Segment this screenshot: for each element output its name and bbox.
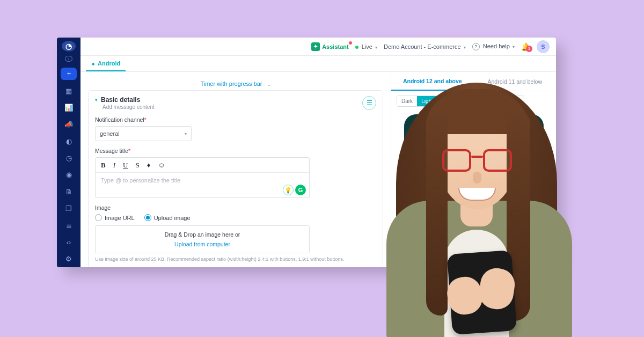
sidebar-doc-icon[interactable]: 🗎 <box>61 186 76 197</box>
sidebar-settings-icon[interactable]: ⚙ <box>61 253 76 265</box>
notification-count: 1 <box>526 46 532 52</box>
italic-button[interactable]: I <box>113 161 115 170</box>
title-field-label: Message title* <box>95 148 376 154</box>
collapse-caret-icon[interactable]: ▾ <box>95 97 98 102</box>
pencil-icon: ✎ <box>418 185 422 191</box>
channel-select[interactable]: general ▾ <box>95 126 192 141</box>
chevron-down-icon: ▾ <box>513 45 515 49</box>
size-toggle: Min <box>506 96 524 107</box>
chevron-down-icon: ▾ <box>375 45 377 50</box>
suggestion-button[interactable]: 💡 <box>283 185 294 195</box>
tab-android[interactable]: ⬥ Android <box>86 56 126 71</box>
assistant-notification-dot <box>348 40 353 46</box>
preview-os-tabs: Android 12 and above Android 11 and belo… <box>391 72 556 91</box>
phone-preview-wrap: 12:5 FRIDAY, FEBRU ✎ Sample App · 5m You… <box>391 111 556 267</box>
strikethrough-button[interactable]: S <box>135 161 139 170</box>
list-icon: ☰ <box>367 99 372 107</box>
assistant-label: Assistant <box>322 43 349 50</box>
chevron-down-icon: ▾ <box>185 131 187 136</box>
title-input[interactable]: Type @ to personalize the title 💡 G <box>96 173 309 197</box>
app-logo-icon[interactable]: ◔ <box>62 41 76 52</box>
sidebar-scheduler-icon[interactable]: ◐ <box>61 136 76 147</box>
sidebar-layers-icon[interactable]: ❐ <box>61 203 76 214</box>
sidebar-expand-icon[interactable]: › <box>65 56 72 62</box>
preview-date: FRIDAY, FEBRU <box>412 155 536 160</box>
sidebar-user-icon[interactable]: ◉ <box>61 169 76 180</box>
channel-field-label: Notification channel* <box>95 116 376 123</box>
preview-progress-fill <box>418 205 460 207</box>
title-editor: B I U S ♦ ☺ Type @ to personalize the ti… <box>95 157 310 198</box>
template-selector[interactable]: Timer with progress bar ⌄ <box>88 77 383 90</box>
color-button[interactable]: ♦ <box>147 161 151 170</box>
avatar-initial: S <box>541 43 545 50</box>
preview-toggles: Dark Light Collapse Expand Min <box>391 91 556 111</box>
preview-notif-title: Your title comes h <box>418 194 530 201</box>
sidebar: ◔ › ＋ ▦ 📊 📣 ◐ ◷ ◉ 🗎 ❐ ≣ ‹› ⚙ <box>57 38 80 267</box>
sidebar-dashboard-icon[interactable]: ▦ <box>61 85 76 97</box>
sidebar-add-icon[interactable]: ＋ <box>61 68 77 80</box>
help-icon: ? <box>472 43 480 50</box>
theme-dark-button[interactable]: Dark <box>397 96 417 106</box>
title-placeholder: Type @ to personalize the title <box>101 177 180 184</box>
grammarly-icon: G <box>298 187 303 193</box>
account-selector[interactable]: Demo Account - E-commerce ▾ <box>384 43 466 50</box>
template-label: Timer with progress bar <box>200 80 262 87</box>
card-subtitle: Add message content <box>103 104 155 110</box>
help-button[interactable]: ? Need help ▾ <box>472 43 515 50</box>
app-window: ◔ › ＋ ▦ 📊 📣 ◐ ◷ ◉ 🗎 ❐ ≣ ‹› ⚙ ✦ Assistant… <box>57 38 556 267</box>
form-column: Timer with progress bar ⌄ ▾ Basic detail… <box>80 72 391 267</box>
size-min-button[interactable]: Min <box>507 96 524 106</box>
live-status-dot <box>355 46 358 49</box>
sidebar-clock-icon[interactable]: ◷ <box>61 152 76 164</box>
theme-light-button[interactable]: Light <box>417 96 437 106</box>
tab-android-12[interactable]: Android 12 and above <box>391 72 474 91</box>
bold-button[interactable]: B <box>101 161 106 170</box>
chevron-down-icon: ⌄ <box>267 82 271 87</box>
user-avatar[interactable]: S <box>537 40 550 53</box>
grammarly-button[interactable]: G <box>295 185 306 195</box>
sidebar-db-icon[interactable]: ≣ <box>61 219 76 231</box>
upload-dropzone[interactable]: Drag & Drop an image here or Upload from… <box>95 225 310 253</box>
radio-label: Image URL <box>105 215 135 221</box>
env-selector[interactable]: Live ▾ <box>355 43 377 50</box>
assistant-icon: ✦ <box>311 42 320 51</box>
tab-label: Android <box>98 60 120 67</box>
preview-column: Android 12 and above Android 11 and belo… <box>391 72 556 267</box>
main: ✦ Assistant Live ▾ Demo Account - E-comm… <box>80 38 556 267</box>
lightbulb-icon: 💡 <box>284 187 292 194</box>
assistant-button[interactable]: ✦ Assistant <box>311 42 349 51</box>
upload-from-computer-link[interactable]: Upload from computer <box>101 241 304 247</box>
card-title: Basic details <box>101 96 140 104</box>
sidebar-code-icon[interactable]: ‹› <box>61 236 76 247</box>
state-toggle: Collapse Expand <box>443 96 501 107</box>
upload-drop-text: Drag & Drop an image here or <box>101 231 304 238</box>
tab-android-11[interactable]: Android 11 and below <box>474 72 557 91</box>
emoji-button[interactable]: ☺ <box>158 161 165 170</box>
preview-notif-time: 5m <box>459 186 466 191</box>
upload-image-radio[interactable]: Upload image <box>144 214 191 221</box>
content: Timer with progress bar ⌄ ▾ Basic detail… <box>80 72 556 267</box>
state-expand-button[interactable]: Expand <box>473 96 500 106</box>
channel-value: general <box>100 130 120 137</box>
preview-app-name: Sample App <box>426 186 452 191</box>
account-label: Demo Account - E-commerce <box>384 43 461 50</box>
preview-progress-bar <box>418 205 530 207</box>
state-collapse-button[interactable]: Collapse <box>444 96 473 106</box>
image-helper-text: Use image size of around 25 KB. Recommen… <box>95 257 376 262</box>
chevron-down-icon: ▾ <box>464 45 466 50</box>
image-source-radio-group: Image URL Upload image <box>95 214 376 221</box>
image-url-radio[interactable]: Image URL <box>95 214 135 221</box>
basic-details-card: ▾ Basic details Add message content ☰ No… <box>88 90 383 267</box>
topbar: ✦ Assistant Live ▾ Demo Account - E-comm… <box>80 38 556 56</box>
env-label: Live <box>362 43 372 50</box>
android-icon: ⬥ <box>91 60 95 67</box>
notifications-button[interactable]: 🔔 1 <box>521 42 530 51</box>
sidebar-analytics-icon[interactable]: 📊 <box>61 102 76 113</box>
preview-clock: 12:5 <box>412 130 536 157</box>
phone-preview: 12:5 FRIDAY, FEBRU ✎ Sample App · 5m You… <box>404 114 544 254</box>
list-view-button[interactable]: ☰ <box>362 96 376 110</box>
platform-tabs: ⬥ Android <box>80 56 556 72</box>
underline-button[interactable]: U <box>123 161 128 170</box>
preview-notification: ✎ Sample App · 5m Your title comes h <box>412 180 536 212</box>
sidebar-campaign-icon[interactable]: 📣 <box>61 119 76 130</box>
